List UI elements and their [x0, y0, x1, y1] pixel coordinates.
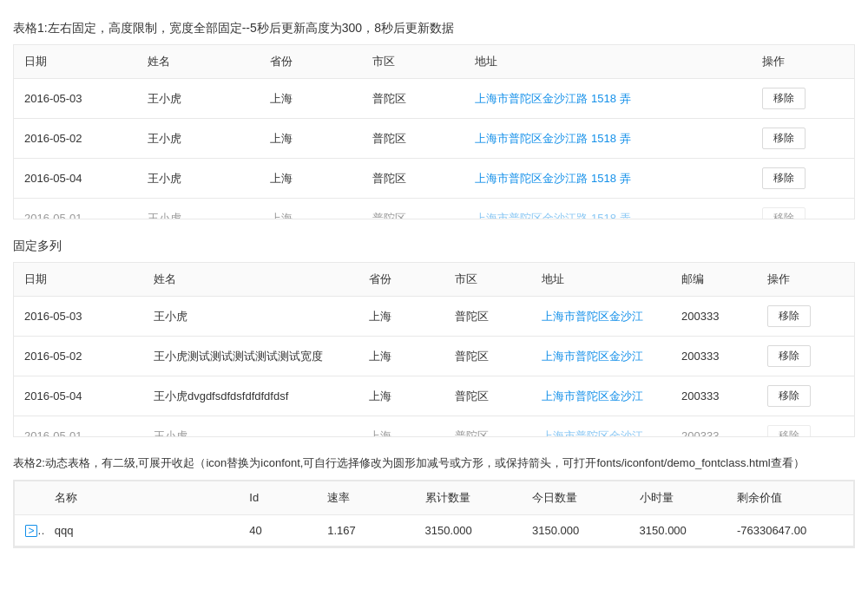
table2-col-name: 姓名: [143, 263, 358, 297]
cell-name: 王小虎测试测试测试测试测试宽度: [143, 337, 358, 376]
cell-city: 普陀区: [444, 376, 530, 416]
table1-col-name: 姓名: [137, 45, 260, 79]
cell-action: 移除: [757, 376, 854, 416]
table-row: 2016-05-03 王小虎 上海 普陀区 上海市普陀区金沙江 200333 移…: [14, 297, 854, 337]
section-table1: 表格1:左右固定，高度限制，宽度全部固定--5秒后更新高度为300，8秒后更新数…: [13, 19, 855, 219]
cell-name: 王小虎: [143, 416, 358, 437]
table3-col-today: 今日数量: [522, 481, 629, 515]
table-row: 2016-05-03 王小虎 上海 普陀区 上海市普陀区金沙江路 1518 弄 …: [14, 79, 854, 119]
cell-name: 王小虎dvgdfsdfdsfdfdfdfdsf: [143, 376, 358, 416]
cell-address: 上海市普陀区金沙江路 1518 弄: [464, 119, 752, 159]
remove-button[interactable]: 移除: [762, 207, 806, 219]
cell-name: 王小虎: [143, 297, 358, 337]
cell-name: 王小虎: [137, 119, 260, 159]
table-row: 2016-05-04 王小虎 上海 普陀区 上海市普陀区金沙江路 1518 弄 …: [14, 159, 854, 199]
cell-hourly: 3150.000: [629, 514, 727, 546]
cell-expand: >: [15, 514, 44, 546]
expand-icon[interactable]: >: [25, 525, 37, 537]
table-row: 2016-05-02 王小虎 上海 普陀区 上海市普陀区金沙江路 1518 弄 …: [14, 119, 854, 159]
cell-date: 2016-05-01: [14, 199, 137, 219]
cell-zip: 200333: [671, 337, 757, 376]
cell-city: 普陀区: [444, 297, 530, 337]
table1-body: 2016-05-03 王小虎 上海 普陀区 上海市普陀区金沙江路 1518 弄 …: [14, 79, 854, 219]
cell-city: 普陀区: [362, 119, 464, 159]
table1-scroll[interactable]: 日期 姓名 省份 市区 地址 操作 2016-05-03 王小虎 上海 普陀区 …: [14, 45, 854, 219]
table3-col-cumulative: 累计数量: [415, 481, 523, 515]
cell-date: 2016-05-04: [14, 159, 137, 199]
cell-city: 普陀区: [444, 337, 530, 376]
remove-button[interactable]: 移除: [767, 345, 811, 367]
table3-container: 名称 Id 速率 累计数量 今日数量 小时量 剩余价值 > qqq 40 1.1…: [13, 480, 855, 548]
table1-col-province: 省份: [260, 45, 362, 79]
cell-name: 王小虎: [137, 79, 260, 119]
table2-body: 2016-05-03 王小虎 上海 普陀区 上海市普陀区金沙江 200333 移…: [14, 297, 854, 437]
cell-action: 移除: [757, 337, 854, 376]
cell-province: 上海: [358, 337, 444, 376]
remove-button[interactable]: 移除: [767, 305, 811, 327]
cell-province: 上海: [358, 297, 444, 337]
cell-zip: 200333: [671, 376, 757, 416]
cell-zip: 200333: [671, 297, 757, 337]
table3-scroll[interactable]: 名称 Id 速率 累计数量 今日数量 小时量 剩余价值 > qqq 40 1.1…: [14, 481, 854, 547]
cell-city: 普陀区: [362, 159, 464, 199]
remove-button[interactable]: 移除: [767, 425, 811, 436]
table3-col-name: 名称: [44, 481, 240, 515]
table2-container: 日期 姓名 省份 市区 地址 邮编 操作 2016-05-03 王小虎 上海 普…: [13, 262, 855, 437]
table1-col-action: 操作: [752, 45, 854, 79]
cell-address: 上海市普陀区金沙江: [531, 297, 671, 337]
cell-action: 移除: [757, 297, 854, 337]
cell-speed: 1.167: [317, 514, 414, 546]
table2-col-action: 操作: [757, 263, 854, 297]
cell-date: 2016-05-03: [14, 79, 137, 119]
table3-col-remaining: 剩余价值: [727, 481, 853, 515]
section-table3: 表格2:动态表格，有二级,可展开收起（icon替换为iconfont,可自行选择…: [13, 455, 855, 548]
table1-container: 日期 姓名 省份 市区 地址 操作 2016-05-03 王小虎 上海 普陀区 …: [13, 44, 855, 219]
remove-button[interactable]: 移除: [767, 385, 811, 407]
table1-header: 日期 姓名 省份 市区 地址 操作: [14, 45, 854, 79]
cell-remaining: -76330647.00: [727, 514, 853, 546]
table2-col-date: 日期: [14, 263, 143, 297]
table2-col-zip: 邮编: [671, 263, 757, 297]
table2-col-province: 省份: [358, 263, 444, 297]
table3-col-expand: [15, 481, 44, 515]
cell-action: 移除: [752, 119, 854, 159]
cell-name: qqq: [44, 514, 240, 546]
cell-date: 2016-05-03: [14, 297, 143, 337]
table1-col-address: 地址: [464, 45, 752, 79]
cell-id: 40: [239, 514, 317, 546]
section-table2: 固定多列 日期 姓名 省份 市区: [13, 237, 855, 437]
remove-button[interactable]: 移除: [762, 167, 806, 189]
table-row: > qqq 40 1.167 3150.000 3150.000 3150.00…: [15, 514, 853, 546]
cell-city: 普陀区: [362, 199, 464, 219]
table2-scroll[interactable]: 日期 姓名 省份 市区 地址 邮编 操作 2016-05-03 王小虎 上海 普…: [14, 263, 854, 436]
cell-date: 2016-05-01: [14, 416, 143, 437]
table2-title: 固定多列: [13, 237, 855, 255]
table1-title: 表格1:左右固定，高度限制，宽度全部固定--5秒后更新高度为300，8秒后更新数…: [13, 19, 855, 37]
cell-address: 上海市普陀区金沙江路 1518 弄: [464, 159, 752, 199]
cell-date: 2016-05-02: [14, 119, 137, 159]
table3: 名称 Id 速率 累计数量 今日数量 小时量 剩余价值 > qqq 40 1.1…: [15, 481, 853, 546]
table1-col-city: 市区: [362, 45, 464, 79]
table2: 日期 姓名 省份 市区 地址 邮编 操作 2016-05-03 王小虎 上海 普…: [14, 263, 854, 436]
cell-province: 上海: [260, 79, 362, 119]
cell-cumulative: 3150.000: [415, 514, 523, 546]
remove-button[interactable]: 移除: [762, 128, 806, 149]
cell-date: 2016-05-02: [14, 337, 143, 376]
table-row: 2016-05-01 王小虎 上海 普陀区 上海市普陀区金沙江路 1518 弄 …: [14, 199, 854, 219]
table3-header: 名称 Id 速率 累计数量 今日数量 小时量 剩余价值: [15, 481, 853, 515]
cell-name: 王小虎: [137, 199, 260, 219]
cell-province: 上海: [358, 416, 444, 437]
cell-address: 上海市普陀区金沙江: [531, 376, 671, 416]
table-row: 2016-05-01 王小虎 上海 普陀区 上海市普陀区金沙江 200333 移…: [14, 416, 854, 437]
cell-city: 普陀区: [444, 416, 530, 437]
table3-body: > qqq 40 1.167 3150.000 3150.000 3150.00…: [15, 514, 853, 546]
cell-action: 移除: [752, 199, 854, 219]
remove-button[interactable]: 移除: [762, 88, 806, 109]
table3-title: 表格2:动态表格，有二级,可展开收起（icon替换为iconfont,可自行选择…: [13, 455, 855, 473]
cell-address: 上海市普陀区金沙江: [531, 416, 671, 437]
cell-action: 移除: [757, 416, 854, 437]
cell-province: 上海: [260, 119, 362, 159]
table1: 日期 姓名 省份 市区 地址 操作 2016-05-03 王小虎 上海 普陀区 …: [14, 45, 854, 219]
cell-address: 上海市普陀区金沙江路 1518 弄: [464, 79, 752, 119]
cell-today: 3150.000: [522, 514, 629, 546]
